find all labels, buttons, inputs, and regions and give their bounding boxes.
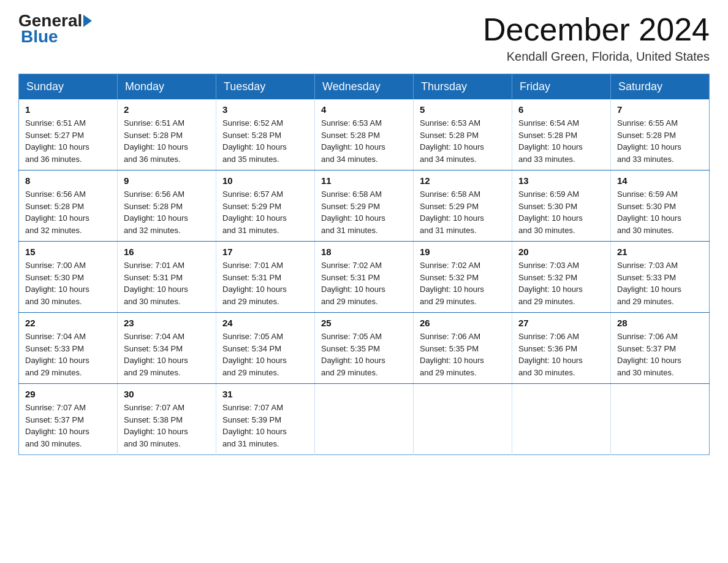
calendar-cell: 15 Sunrise: 7:00 AM Sunset: 5:30 PM Dayl… xyxy=(19,242,118,313)
header-friday: Friday xyxy=(512,74,611,100)
day-number: 6 xyxy=(518,104,604,115)
day-number: 12 xyxy=(420,175,506,186)
day-number: 14 xyxy=(617,175,703,186)
header-sunday: Sunday xyxy=(19,74,118,100)
calendar-cell: 31 Sunrise: 7:07 AM Sunset: 5:39 PM Dayl… xyxy=(216,384,315,455)
calendar-cell: 20 Sunrise: 7:03 AM Sunset: 5:32 PM Dayl… xyxy=(512,242,611,313)
day-info: Sunrise: 6:57 AM Sunset: 5:29 PM Dayligh… xyxy=(222,188,308,236)
calendar-cell: 21 Sunrise: 7:03 AM Sunset: 5:33 PM Dayl… xyxy=(611,242,710,313)
calendar-cell: 25 Sunrise: 7:05 AM Sunset: 5:35 PM Dayl… xyxy=(315,313,414,384)
calendar-cell xyxy=(414,384,512,455)
day-number: 22 xyxy=(25,318,111,328)
day-number: 25 xyxy=(321,318,407,328)
day-info: Sunrise: 7:04 AM Sunset: 5:34 PM Dayligh… xyxy=(124,331,210,378)
day-info: Sunrise: 6:58 AM Sunset: 5:29 PM Dayligh… xyxy=(321,188,407,236)
day-number: 4 xyxy=(321,104,407,115)
location: Kendall Green, Florida, United States xyxy=(483,50,710,64)
calendar-cell: 14 Sunrise: 6:59 AM Sunset: 5:30 PM Dayl… xyxy=(611,170,710,242)
day-info: Sunrise: 6:54 AM Sunset: 5:28 PM Dayligh… xyxy=(518,117,604,165)
calendar-cell xyxy=(315,384,414,455)
page-header: General Blue December 2024 Kendall Green… xyxy=(18,12,710,64)
day-number: 29 xyxy=(25,389,111,399)
week-row-1: 1 Sunrise: 6:51 AM Sunset: 5:27 PM Dayli… xyxy=(19,99,710,170)
day-info: Sunrise: 6:59 AM Sunset: 5:30 PM Dayligh… xyxy=(518,188,604,236)
calendar-cell: 2 Sunrise: 6:51 AM Sunset: 5:28 PM Dayli… xyxy=(118,99,216,170)
day-info: Sunrise: 6:59 AM Sunset: 5:30 PM Dayligh… xyxy=(617,188,703,236)
calendar-cell: 23 Sunrise: 7:04 AM Sunset: 5:34 PM Dayl… xyxy=(118,313,216,384)
day-info: Sunrise: 7:07 AM Sunset: 5:39 PM Dayligh… xyxy=(222,402,308,450)
day-info: Sunrise: 6:51 AM Sunset: 5:28 PM Dayligh… xyxy=(124,117,210,165)
day-info: Sunrise: 7:06 AM Sunset: 5:35 PM Dayligh… xyxy=(420,331,506,378)
day-info: Sunrise: 7:01 AM Sunset: 5:31 PM Dayligh… xyxy=(222,259,308,307)
day-info: Sunrise: 6:53 AM Sunset: 5:28 PM Dayligh… xyxy=(321,117,407,165)
calendar-cell: 10 Sunrise: 6:57 AM Sunset: 5:29 PM Dayl… xyxy=(216,170,315,242)
calendar-cell: 6 Sunrise: 6:54 AM Sunset: 5:28 PM Dayli… xyxy=(512,99,611,170)
day-info: Sunrise: 6:56 AM Sunset: 5:28 PM Dayligh… xyxy=(124,188,210,236)
calendar-cell: 5 Sunrise: 6:53 AM Sunset: 5:28 PM Dayli… xyxy=(414,99,512,170)
day-info: Sunrise: 6:55 AM Sunset: 5:28 PM Dayligh… xyxy=(617,117,703,165)
header-thursday: Thursday xyxy=(414,74,512,100)
day-number: 24 xyxy=(222,318,308,328)
day-number: 8 xyxy=(25,175,111,186)
week-row-3: 15 Sunrise: 7:00 AM Sunset: 5:30 PM Dayl… xyxy=(19,242,710,313)
day-number: 7 xyxy=(617,104,703,115)
week-row-2: 8 Sunrise: 6:56 AM Sunset: 5:28 PM Dayli… xyxy=(19,170,710,242)
calendar-cell: 12 Sunrise: 6:58 AM Sunset: 5:29 PM Dayl… xyxy=(414,170,512,242)
week-row-4: 22 Sunrise: 7:04 AM Sunset: 5:33 PM Dayl… xyxy=(19,313,710,384)
day-number: 27 xyxy=(518,318,604,328)
day-info: Sunrise: 6:53 AM Sunset: 5:28 PM Dayligh… xyxy=(420,117,506,165)
day-info: Sunrise: 7:02 AM Sunset: 5:31 PM Dayligh… xyxy=(321,259,407,307)
calendar-cell: 26 Sunrise: 7:06 AM Sunset: 5:35 PM Dayl… xyxy=(414,313,512,384)
day-number: 15 xyxy=(25,247,111,257)
calendar-cell: 7 Sunrise: 6:55 AM Sunset: 5:28 PM Dayli… xyxy=(611,99,710,170)
header-tuesday: Tuesday xyxy=(216,74,315,100)
day-number: 21 xyxy=(617,247,703,257)
calendar-cell: 13 Sunrise: 6:59 AM Sunset: 5:30 PM Dayl… xyxy=(512,170,611,242)
calendar-header-row: SundayMondayTuesdayWednesdayThursdayFrid… xyxy=(19,74,710,100)
week-row-5: 29 Sunrise: 7:07 AM Sunset: 5:37 PM Dayl… xyxy=(19,384,710,455)
day-number: 19 xyxy=(420,247,506,257)
day-number: 10 xyxy=(222,175,308,186)
day-number: 5 xyxy=(420,104,506,115)
day-number: 16 xyxy=(124,247,210,257)
month-title: December 2024 xyxy=(483,12,710,47)
day-info: Sunrise: 7:05 AM Sunset: 5:34 PM Dayligh… xyxy=(222,331,308,378)
calendar-cell: 17 Sunrise: 7:01 AM Sunset: 5:31 PM Dayl… xyxy=(216,242,315,313)
day-info: Sunrise: 7:04 AM Sunset: 5:33 PM Dayligh… xyxy=(25,331,111,378)
calendar-cell: 18 Sunrise: 7:02 AM Sunset: 5:31 PM Dayl… xyxy=(315,242,414,313)
calendar-cell: 19 Sunrise: 7:02 AM Sunset: 5:32 PM Dayl… xyxy=(414,242,512,313)
day-info: Sunrise: 7:07 AM Sunset: 5:38 PM Dayligh… xyxy=(124,402,210,450)
day-info: Sunrise: 7:03 AM Sunset: 5:32 PM Dayligh… xyxy=(518,259,604,307)
day-number: 2 xyxy=(124,104,210,115)
day-number: 9 xyxy=(124,175,210,186)
day-info: Sunrise: 7:07 AM Sunset: 5:37 PM Dayligh… xyxy=(25,402,111,450)
day-info: Sunrise: 7:01 AM Sunset: 5:31 PM Dayligh… xyxy=(124,259,210,307)
day-info: Sunrise: 6:51 AM Sunset: 5:27 PM Dayligh… xyxy=(25,117,111,165)
calendar-cell: 22 Sunrise: 7:04 AM Sunset: 5:33 PM Dayl… xyxy=(19,313,118,384)
calendar-cell: 3 Sunrise: 6:52 AM Sunset: 5:28 PM Dayli… xyxy=(216,99,315,170)
calendar-cell: 24 Sunrise: 7:05 AM Sunset: 5:34 PM Dayl… xyxy=(216,313,315,384)
header-monday: Monday xyxy=(118,74,216,100)
calendar-cell: 4 Sunrise: 6:53 AM Sunset: 5:28 PM Dayli… xyxy=(315,99,414,170)
logo-arrow-icon xyxy=(83,15,92,27)
day-number: 11 xyxy=(321,175,407,186)
day-number: 18 xyxy=(321,247,407,257)
day-info: Sunrise: 6:52 AM Sunset: 5:28 PM Dayligh… xyxy=(222,117,308,165)
day-number: 17 xyxy=(222,247,308,257)
calendar-cell: 29 Sunrise: 7:07 AM Sunset: 5:37 PM Dayl… xyxy=(19,384,118,455)
day-number: 1 xyxy=(25,104,111,115)
header-wednesday: Wednesday xyxy=(315,74,414,100)
calendar-cell: 11 Sunrise: 6:58 AM Sunset: 5:29 PM Dayl… xyxy=(315,170,414,242)
calendar-table: SundayMondayTuesdayWednesdayThursdayFrid… xyxy=(18,74,710,455)
day-number: 26 xyxy=(420,318,506,328)
day-number: 28 xyxy=(617,318,703,328)
logo: General Blue xyxy=(18,12,93,47)
calendar-cell xyxy=(512,384,611,455)
header-saturday: Saturday xyxy=(611,74,710,100)
day-info: Sunrise: 7:06 AM Sunset: 5:37 PM Dayligh… xyxy=(617,331,703,378)
day-number: 3 xyxy=(222,104,308,115)
calendar-cell: 16 Sunrise: 7:01 AM Sunset: 5:31 PM Dayl… xyxy=(118,242,216,313)
calendar-cell: 27 Sunrise: 7:06 AM Sunset: 5:36 PM Dayl… xyxy=(512,313,611,384)
logo-blue-text: Blue xyxy=(21,27,58,47)
day-info: Sunrise: 7:03 AM Sunset: 5:33 PM Dayligh… xyxy=(617,259,703,307)
